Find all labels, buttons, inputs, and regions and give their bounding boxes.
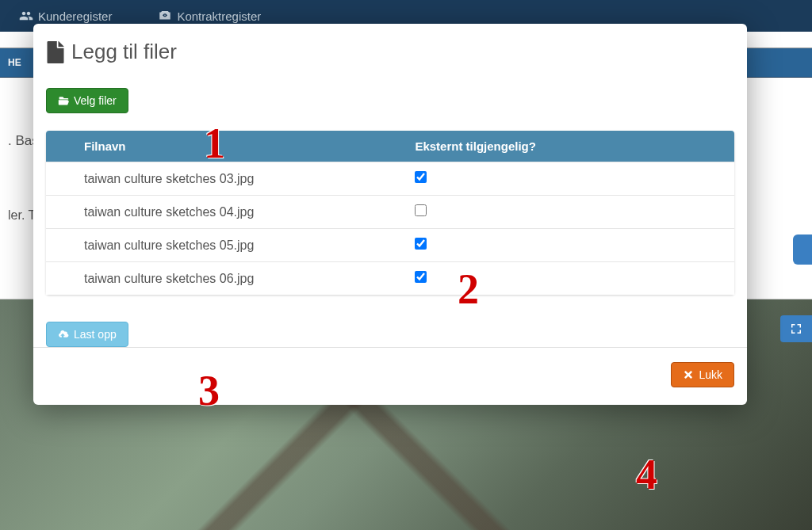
external-cell: [404, 229, 734, 262]
external-cell: [404, 196, 734, 229]
external-checkbox[interactable]: [415, 271, 427, 283]
files-panel: Filnavn Eksternt tilgjengelig? taiwan cu…: [46, 131, 734, 295]
close-icon: [683, 369, 694, 380]
folder-open-icon: [58, 95, 69, 106]
col-filename: Filnavn: [46, 131, 404, 162]
external-checkbox[interactable]: [415, 171, 427, 183]
external-checkbox[interactable]: [415, 238, 427, 250]
button-label: Lukk: [699, 368, 722, 381]
external-cell: [404, 262, 734, 296]
modal-footer: Lukk: [33, 347, 747, 405]
button-label: Last opp: [74, 328, 117, 341]
table-row: taiwan culture sketches 06.jpg: [46, 262, 734, 296]
modal-backdrop: Legg til filer Velg filer Filnavn Ekster…: [0, 0, 812, 530]
file-name-cell: taiwan culture sketches 05.jpg: [46, 229, 404, 262]
modal-title: Legg til filer: [46, 40, 734, 64]
files-table: Filnavn Eksternt tilgjengelig? taiwan cu…: [46, 131, 734, 295]
button-label: Velg filer: [74, 94, 117, 107]
file-name-cell: taiwan culture sketches 06.jpg: [46, 262, 404, 296]
file-icon: [46, 41, 65, 63]
modal-title-text: Legg til filer: [71, 40, 177, 64]
close-button[interactable]: Lukk: [671, 362, 734, 387]
table-row: taiwan culture sketches 05.jpg: [46, 229, 734, 262]
external-cell: [404, 162, 734, 196]
file-name-cell: taiwan culture sketches 03.jpg: [46, 162, 404, 196]
upload-button[interactable]: Last opp: [46, 322, 128, 347]
select-files-button[interactable]: Velg filer: [46, 88, 128, 113]
col-external: Eksternt tilgjengelig?: [404, 131, 734, 162]
add-files-modal: Legg til filer Velg filer Filnavn Ekster…: [33, 24, 747, 405]
table-row: taiwan culture sketches 03.jpg: [46, 162, 734, 196]
external-checkbox[interactable]: [415, 204, 427, 216]
step-annotation-4: 4: [636, 450, 657, 499]
table-row: taiwan culture sketches 04.jpg: [46, 196, 734, 229]
cloud-upload-icon: [58, 329, 69, 340]
file-name-cell: taiwan culture sketches 04.jpg: [46, 196, 404, 229]
